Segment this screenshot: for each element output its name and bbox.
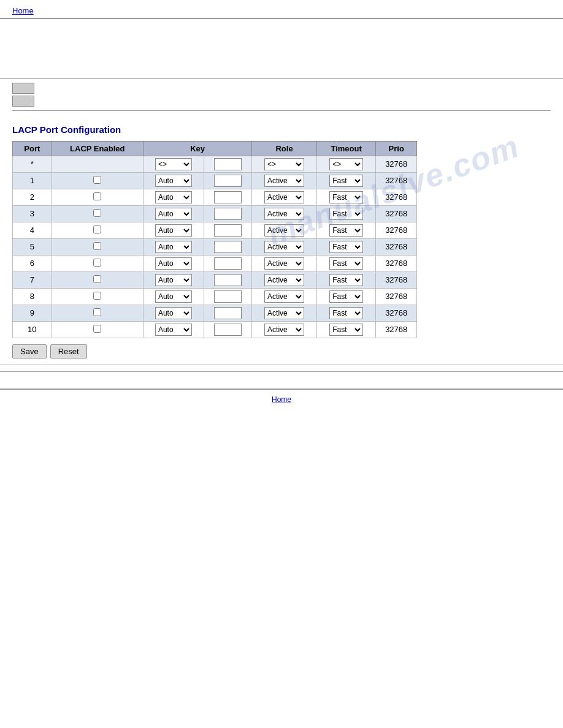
key-input-star[interactable] bbox=[214, 158, 242, 170]
cell-key-input-8[interactable] bbox=[204, 288, 252, 305]
lacp-checkbox-2[interactable] bbox=[93, 192, 101, 200]
cell-key-input-7[interactable] bbox=[204, 271, 252, 288]
timeout-select-5[interactable]: FastSlow bbox=[329, 241, 363, 253]
key-select-8[interactable]: Auto123 bbox=[155, 290, 192, 303]
cell-role-star[interactable]: <> Active Passive bbox=[252, 156, 317, 172]
timeout-select-10[interactable]: FastSlow bbox=[329, 324, 363, 336]
key-select-9[interactable]: Auto123 bbox=[155, 307, 192, 319]
cell-timeout-4[interactable]: FastSlow bbox=[316, 222, 376, 238]
cell-key-input-4[interactable] bbox=[204, 222, 252, 238]
lacp-checkbox-4[interactable] bbox=[93, 226, 101, 233]
cell-timeout-8[interactable]: FastSlow bbox=[316, 288, 376, 305]
cell-lacp-enabled-1[interactable] bbox=[52, 172, 143, 189]
cell-key-select-9[interactable]: Auto123 bbox=[143, 305, 204, 321]
cell-lacp-enabled-3[interactable] bbox=[52, 205, 143, 222]
key-input-2[interactable] bbox=[214, 191, 242, 203]
cell-lacp-enabled-2[interactable] bbox=[52, 189, 143, 205]
key-select-5[interactable]: Auto123 bbox=[155, 241, 192, 253]
role-select-9[interactable]: ActivePassive bbox=[264, 307, 304, 319]
role-select-2[interactable]: ActivePassive bbox=[264, 191, 304, 203]
lacp-checkbox-9[interactable] bbox=[93, 308, 101, 316]
cell-key-select-5[interactable]: Auto123 bbox=[143, 238, 204, 255]
cell-key-select-6[interactable]: Auto123 bbox=[143, 255, 204, 271]
role-select-5[interactable]: ActivePassive bbox=[264, 241, 304, 253]
role-select-10[interactable]: ActivePassive bbox=[264, 324, 304, 336]
key-input-10[interactable] bbox=[214, 324, 242, 336]
cell-key-input-6[interactable] bbox=[204, 255, 252, 271]
cell-key-select-star[interactable]: <> Auto bbox=[143, 156, 204, 172]
key-select-6[interactable]: Auto123 bbox=[155, 257, 192, 270]
key-select-2[interactable]: Auto123 bbox=[155, 191, 192, 203]
cell-timeout-6[interactable]: FastSlow bbox=[316, 255, 376, 271]
cell-key-select-10[interactable]: Auto123 bbox=[143, 321, 204, 338]
save-button[interactable]: Save bbox=[12, 344, 47, 358]
cell-key-select-7[interactable]: Auto123 bbox=[143, 271, 204, 288]
cell-timeout-2[interactable]: FastSlow bbox=[316, 189, 376, 205]
key-select-4[interactable]: Auto123 bbox=[155, 224, 192, 237]
cell-role-2[interactable]: ActivePassive bbox=[252, 189, 317, 205]
role-select-8[interactable]: ActivePassive bbox=[264, 290, 304, 303]
key-input-6[interactable] bbox=[214, 257, 242, 270]
home-link-bottom[interactable]: Home bbox=[272, 395, 291, 404]
cell-role-7[interactable]: ActivePassive bbox=[252, 271, 317, 288]
cell-timeout-7[interactable]: FastSlow bbox=[316, 271, 376, 288]
cell-role-4[interactable]: ActivePassive bbox=[252, 222, 317, 238]
timeout-select-star[interactable]: <> Fast Slow bbox=[329, 158, 363, 170]
cell-timeout-10[interactable]: FastSlow bbox=[316, 321, 376, 338]
timeout-select-2[interactable]: FastSlow bbox=[329, 191, 363, 203]
key-input-1[interactable] bbox=[214, 175, 242, 187]
role-select-star[interactable]: <> Active Passive bbox=[264, 158, 304, 170]
timeout-select-4[interactable]: FastSlow bbox=[329, 224, 363, 237]
key-input-7[interactable] bbox=[214, 274, 242, 286]
cell-key-input-10[interactable] bbox=[204, 321, 252, 338]
cell-timeout-5[interactable]: FastSlow bbox=[316, 238, 376, 255]
cell-timeout-9[interactable]: FastSlow bbox=[316, 305, 376, 321]
cell-key-select-1[interactable]: Auto123 bbox=[143, 172, 204, 189]
key-input-5[interactable] bbox=[214, 241, 242, 253]
key-select-3[interactable]: Auto123 bbox=[155, 208, 192, 220]
cell-key-select-8[interactable]: Auto123 bbox=[143, 288, 204, 305]
timeout-select-1[interactable]: FastSlow bbox=[329, 175, 363, 187]
cell-lacp-enabled-6[interactable] bbox=[52, 255, 143, 271]
role-select-7[interactable]: ActivePassive bbox=[264, 274, 304, 286]
lacp-checkbox-6[interactable] bbox=[93, 259, 101, 267]
key-select-7[interactable]: Auto123 bbox=[155, 274, 192, 286]
cell-key-input-2[interactable] bbox=[204, 189, 252, 205]
cell-lacp-enabled-10[interactable] bbox=[52, 321, 143, 338]
key-input-8[interactable] bbox=[214, 290, 242, 303]
timeout-select-9[interactable]: FastSlow bbox=[329, 307, 363, 319]
cell-role-9[interactable]: ActivePassive bbox=[252, 305, 317, 321]
timeout-select-6[interactable]: FastSlow bbox=[329, 257, 363, 270]
cell-lacp-enabled-4[interactable] bbox=[52, 222, 143, 238]
cell-key-input-9[interactable] bbox=[204, 305, 252, 321]
lacp-checkbox-1[interactable] bbox=[93, 176, 101, 184]
cell-key-input-1[interactable] bbox=[204, 172, 252, 189]
cell-role-6[interactable]: ActivePassive bbox=[252, 255, 317, 271]
key-select-10[interactable]: Auto123 bbox=[155, 324, 192, 336]
key-input-4[interactable] bbox=[214, 224, 242, 237]
lacp-checkbox-5[interactable] bbox=[93, 242, 101, 250]
cell-lacp-enabled-9[interactable] bbox=[52, 305, 143, 321]
lacp-checkbox-3[interactable] bbox=[93, 209, 101, 217]
timeout-select-7[interactable]: FastSlow bbox=[329, 274, 363, 286]
cell-lacp-enabled-5[interactable] bbox=[52, 238, 143, 255]
cell-lacp-enabled-7[interactable] bbox=[52, 271, 143, 288]
cell-lacp-enabled-8[interactable] bbox=[52, 288, 143, 305]
cell-role-1[interactable]: ActivePassive bbox=[252, 172, 317, 189]
reset-button[interactable]: Reset bbox=[50, 344, 87, 358]
key-input-3[interactable] bbox=[214, 208, 242, 220]
key-select-star[interactable]: <> Auto bbox=[155, 158, 192, 170]
cell-timeout-star[interactable]: <> Fast Slow bbox=[316, 156, 376, 172]
home-link-top[interactable]: Home bbox=[12, 6, 34, 15]
key-select-1[interactable]: Auto123 bbox=[155, 175, 192, 187]
cell-timeout-1[interactable]: FastSlow bbox=[316, 172, 376, 189]
role-select-4[interactable]: ActivePassive bbox=[264, 224, 304, 237]
lacp-checkbox-10[interactable] bbox=[93, 325, 101, 333]
cell-key-select-4[interactable]: Auto123 bbox=[143, 222, 204, 238]
key-input-9[interactable] bbox=[214, 307, 242, 319]
cell-timeout-3[interactable]: FastSlow bbox=[316, 205, 376, 222]
cell-key-select-3[interactable]: Auto123 bbox=[143, 205, 204, 222]
timeout-select-3[interactable]: FastSlow bbox=[329, 208, 363, 220]
cell-role-3[interactable]: ActivePassive bbox=[252, 205, 317, 222]
role-select-6[interactable]: ActivePassive bbox=[264, 257, 304, 270]
